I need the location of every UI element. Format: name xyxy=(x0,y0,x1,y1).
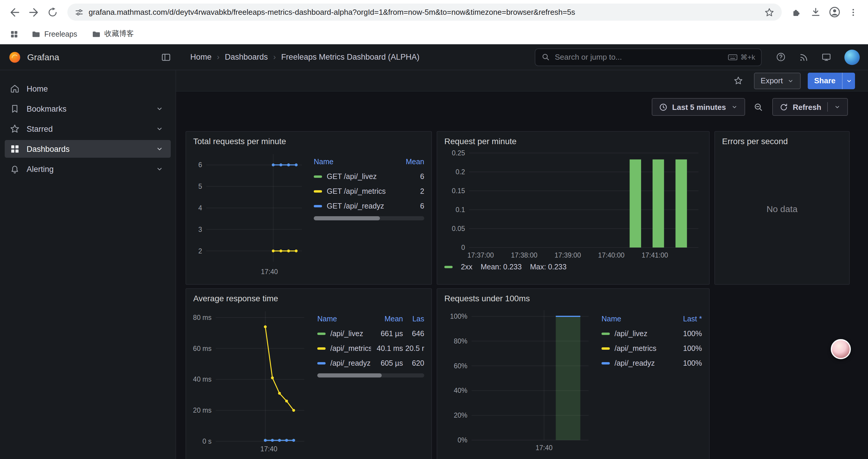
series-marker xyxy=(444,266,453,268)
bookmark-label: 收藏博客 xyxy=(104,29,134,39)
svg-text:4: 4 xyxy=(198,204,202,212)
legend-row[interactable]: /api/_livez661 µs646 xyxy=(317,326,424,341)
sidebar-item-bookmarks[interactable]: Bookmarks xyxy=(5,100,171,118)
refresh-icon[interactable] xyxy=(779,102,788,111)
scrollbar-thumb[interactable] xyxy=(314,216,380,220)
legend-scrollbar[interactable] xyxy=(317,373,424,378)
legend-row[interactable]: GET /api/_metrics2 xyxy=(314,184,424,198)
panel-title[interactable]: Average response time xyxy=(193,294,424,303)
svg-text:40%: 40% xyxy=(454,387,467,394)
apps-grid-button[interactable] xyxy=(7,27,21,41)
request-per-minute-chart[interactable]: 0.250.20.150.10.05017:37:0017:38:0017:39… xyxy=(444,148,703,261)
series-name[interactable]: 2xx xyxy=(461,263,472,271)
scrollbar-thumb[interactable] xyxy=(317,373,381,378)
monitor-icon xyxy=(821,52,831,62)
series-marker xyxy=(601,362,610,364)
search-shortcut: ⌘+k xyxy=(728,53,755,61)
dashboard-actions-bar: Export Share xyxy=(176,70,868,92)
svg-text:80 ms: 80 ms xyxy=(193,314,212,321)
reload-button[interactable] xyxy=(44,3,61,21)
svg-text:40 ms: 40 ms xyxy=(193,375,212,383)
profile-button[interactable] xyxy=(826,3,843,21)
chevron-down-icon[interactable] xyxy=(155,104,164,113)
news-button[interactable] xyxy=(799,52,808,62)
svg-text:0%: 0% xyxy=(458,436,467,444)
caret-down-icon xyxy=(787,77,794,84)
svg-text:20%: 20% xyxy=(454,412,467,419)
panel-title[interactable]: Request per minute xyxy=(444,136,702,146)
back-button[interactable] xyxy=(6,3,24,21)
total-requests-chart[interactable]: 6543217:40 xyxy=(193,148,306,277)
series-marker xyxy=(601,347,610,350)
panel-title[interactable]: Requests under 100ms xyxy=(444,294,702,303)
series-marker xyxy=(317,362,326,364)
breadcrumb-home[interactable]: Home xyxy=(190,53,212,61)
legend-table: NameMeanGET /api/_livez6GET /api/_metric… xyxy=(314,154,424,213)
folder-icon xyxy=(31,29,41,39)
bookmark-star-icon[interactable] xyxy=(764,7,775,18)
legend-row[interactable]: /api/_metrics100% xyxy=(601,341,702,356)
kiosk-mode-button[interactable] xyxy=(821,52,831,62)
rss-icon xyxy=(799,52,808,62)
url-text[interactable]: grafana.mathmast.com/d/deytv4rwavabkb/fr… xyxy=(89,8,759,17)
sidebar-item-starred[interactable]: Starred xyxy=(5,120,171,138)
chart-legend[interactable]: 2xx Mean: 0.233 Max: 0.233 xyxy=(444,263,702,271)
kebab-menu-icon xyxy=(848,7,858,17)
panel-title[interactable]: Total requests per minute xyxy=(193,136,424,146)
search-input[interactable] xyxy=(555,53,723,61)
legend-row[interactable]: /api/_metrics40.1 ms20.5 r xyxy=(317,341,424,356)
refresh-button[interactable]: Refresh xyxy=(793,102,821,111)
extensions-button[interactable] xyxy=(788,3,805,21)
screen: grafana.mathmast.com/d/deytv4rwavabkb/fr… xyxy=(0,0,868,459)
divider xyxy=(827,102,828,112)
favorite-dashboard-button[interactable] xyxy=(730,72,747,90)
breadcrumb-separator: › xyxy=(273,53,276,61)
legend-wrap: NameMeanGET /api/_livez6GET /api/_metric… xyxy=(306,148,424,277)
average-response-time-chart[interactable]: 80 ms60 ms40 ms20 ms0 s17:40 xyxy=(193,305,309,454)
bookmark-folder-freeleaps[interactable]: Freeleaps xyxy=(27,28,81,40)
legend-scrollbar[interactable] xyxy=(314,216,424,220)
downloads-button[interactable] xyxy=(807,3,824,21)
forward-button[interactable] xyxy=(25,3,42,21)
sidebar-item-label: Alerting xyxy=(27,165,54,173)
share-button[interactable]: Share xyxy=(808,72,842,89)
chevron-down-icon[interactable] xyxy=(155,145,164,153)
chevron-down-icon[interactable] xyxy=(155,125,164,133)
sidebar-item-label: Bookmarks xyxy=(27,104,66,113)
legend-table: NameMeanLas/api/_livez661 µs646/api/_met… xyxy=(317,311,424,370)
panel-title[interactable]: Errors per second xyxy=(722,136,842,146)
chevron-down-icon[interactable] xyxy=(155,165,164,173)
sidebar-item-home[interactable]: Home xyxy=(5,80,171,97)
browser-toolbar: grafana.mathmast.com/d/deytv4rwavabkb/fr… xyxy=(0,0,868,24)
user-avatar[interactable] xyxy=(844,49,860,65)
caret-down-icon[interactable] xyxy=(834,103,841,110)
time-range-picker[interactable]: Last 5 minutes xyxy=(651,98,745,116)
grafana-logo[interactable] xyxy=(8,51,21,64)
brand-name: Grafana xyxy=(27,52,59,62)
share-menu-button[interactable] xyxy=(842,72,855,89)
legend-row[interactable]: /api/_readyz605 µs620 xyxy=(317,356,424,370)
legend-row[interactable]: /api/_livez100% xyxy=(601,326,702,341)
browser-menu-button[interactable] xyxy=(844,3,862,21)
export-button[interactable]: Export xyxy=(754,72,801,89)
zoom-out-button[interactable] xyxy=(749,98,767,116)
svg-text:0 s: 0 s xyxy=(203,437,212,445)
svg-text:100%: 100% xyxy=(450,313,467,320)
breadcrumb-dashboards[interactable]: Dashboards xyxy=(225,53,268,61)
sidebar-collapse-button[interactable] xyxy=(161,52,172,62)
legend-row[interactable]: /api/_readyz100% xyxy=(601,356,702,370)
url-bar[interactable]: grafana.mathmast.com/d/deytv4rwavabkb/fr… xyxy=(67,4,782,21)
requests-under-100ms-chart[interactable]: 100%80%60%40%20%0%17:40 xyxy=(444,305,593,453)
legend-row[interactable]: GET /api/_readyz6 xyxy=(314,198,424,213)
site-settings-icon[interactable] xyxy=(74,7,84,17)
grafana-app: Grafana Home › Dashboards › Freeleaps Me… xyxy=(0,44,868,459)
bookmark-folder-blog[interactable]: 收藏博客 xyxy=(87,27,138,41)
svg-text:17:40: 17:40 xyxy=(536,444,553,452)
sidebar-item-alerting[interactable]: Alerting xyxy=(5,160,171,178)
floating-assistant-avatar[interactable] xyxy=(831,339,851,359)
help-button[interactable] xyxy=(776,52,786,62)
sidebar-item-dashboards[interactable]: Dashboards xyxy=(5,140,171,158)
legend-row[interactable]: GET /api/_livez6 xyxy=(314,169,424,184)
folder-icon xyxy=(91,29,101,39)
search-box[interactable]: ⌘+k xyxy=(535,48,762,66)
